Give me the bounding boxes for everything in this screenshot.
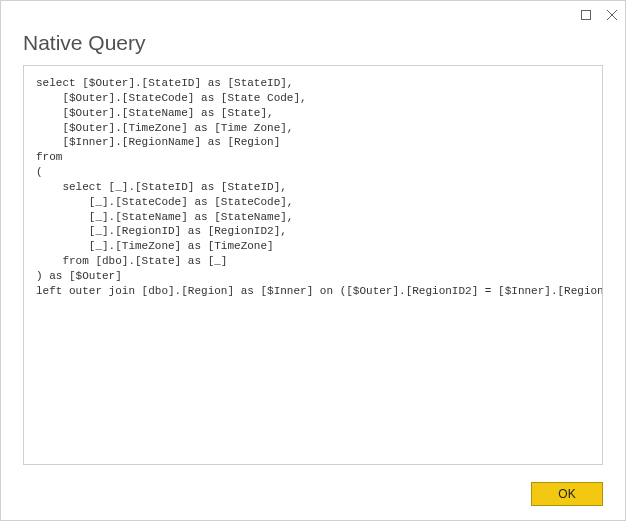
native-query-text: select [$Outer].[StateID] as [StateID], …	[36, 76, 590, 299]
window-titlebar	[1, 1, 625, 29]
maximize-button[interactable]	[579, 8, 593, 22]
svg-rect-0	[582, 11, 591, 20]
dialog-title: Native Query	[1, 29, 625, 65]
dialog-footer: OK	[531, 482, 603, 506]
close-button[interactable]	[605, 8, 619, 22]
query-container: select [$Outer].[StateID] as [StateID], …	[23, 65, 603, 465]
ok-button[interactable]: OK	[531, 482, 603, 506]
